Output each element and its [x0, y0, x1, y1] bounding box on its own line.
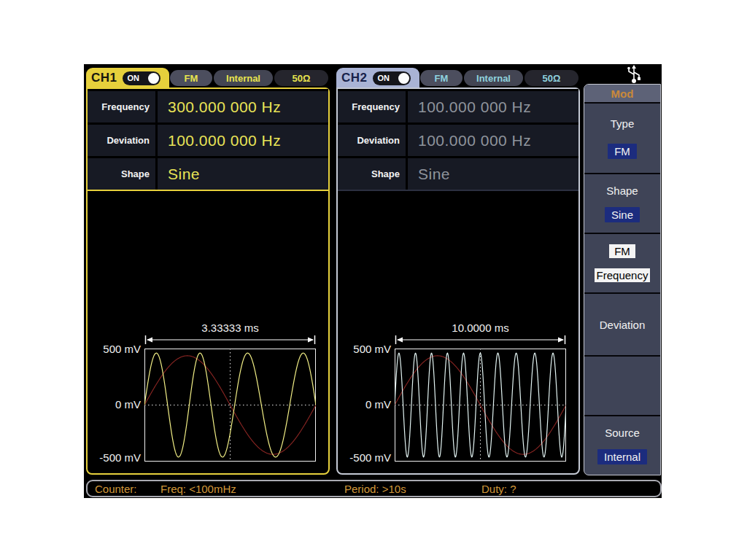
ch2-ymax-label: 500 mV: [338, 343, 391, 355]
ch2-ymin-label: -500 mV: [338, 451, 391, 464]
ch1-waveform-plot: [144, 349, 316, 462]
ch1-shape-row[interactable]: Shape Sine: [88, 158, 328, 190]
ch1-shape-label: Shape: [88, 158, 155, 190]
ch2-shape-label: Shape: [338, 158, 406, 190]
ch2-deviation-label: Deviation: [338, 125, 406, 156]
ch1-impedance-badge: 50Ω: [274, 70, 328, 86]
ch1-on-toggle[interactable]: ON: [123, 71, 160, 85]
ch2-waveform-plot: [395, 349, 566, 462]
ch2-deviation-value: 100.000 000 Hz: [408, 125, 578, 156]
ch1-toggle-knob-icon: [148, 73, 159, 84]
instrument-screen: CH1 ON FM Internal 50Ω CH2 ON FM Interna…: [84, 64, 662, 498]
ch1-deviation-value: 100.000 000 Hz: [158, 125, 328, 156]
ch1-ymin-label: -500 mV: [88, 451, 141, 464]
softkey-source[interactable]: Source Internal: [584, 416, 660, 475]
ch1-tab-label: CH1: [91, 71, 117, 85]
softkey-source-value: Internal: [597, 449, 647, 464]
ch1-frequency-row[interactable]: Frequency 300.000 000 Hz: [88, 91, 328, 122]
ch2-shape-value: Sine: [408, 158, 578, 190]
ch1-status-pills: FM Internal 50Ω: [170, 70, 328, 86]
ch2-on-toggle[interactable]: ON: [373, 71, 411, 85]
softkey-shape-value: Sine: [605, 207, 640, 222]
ch2-impedance-badge: 50Ω: [525, 70, 578, 86]
softkey-type-label: Type: [611, 117, 635, 130]
softkey-deviation[interactable]: Deviation: [584, 294, 660, 357]
ch2-frequency-label: Frequency: [338, 91, 406, 122]
softkey-sidebar: Mod Type FM Shape Sine FM Frequency Devi…: [584, 84, 661, 475]
ch2-deviation-row[interactable]: Deviation 100.000 000 Hz: [338, 125, 578, 156]
ch1-deviation-label: Deviation: [88, 125, 155, 156]
softkey-blank: [584, 357, 660, 416]
ch2-source-badge: Internal: [464, 70, 523, 86]
ch2-status-pills: FM Internal 50Ω: [420, 70, 578, 86]
ch1-frequency-value: 300.000 000 Hz: [158, 91, 328, 122]
ch1-ymax-label: 500 mV: [88, 343, 141, 355]
ch1-on-label: ON: [128, 74, 148, 82]
softkey-shape-label: Shape: [606, 184, 638, 197]
softkey-deviation-label: Deviation: [600, 319, 646, 331]
softkey-fm-frequency-line1: FM: [609, 244, 635, 258]
ch2-tab-label: CH2: [341, 71, 368, 85]
ch2-frequency-value: 100.000 000 Hz: [408, 91, 578, 122]
softkey-type[interactable]: Type FM: [584, 104, 660, 174]
ch2-parameter-table: Frequency 100.000 000 Hz Deviation 100.0…: [338, 89, 578, 191]
ch2-mod-badge: FM: [420, 70, 462, 86]
counter-label: Counter:: [95, 483, 137, 495]
counter-freq: Freq: <100mHz: [160, 483, 236, 495]
counter-period: Period: >10s: [344, 483, 406, 495]
ch1-mod-badge: FM: [170, 70, 212, 86]
ch1-tab[interactable]: CH1 ON: [86, 68, 169, 88]
ch1-yzero-label: 0 mV: [88, 398, 141, 411]
ch1-source-badge: Internal: [214, 70, 273, 86]
counter-bar: Counter: Freq: <100mHz Period: >10s Duty…: [86, 480, 662, 497]
sidebar-mod-header: Mod: [584, 85, 660, 104]
softkey-shape[interactable]: Shape Sine: [584, 174, 660, 234]
ch1-parameter-table: Frequency 300.000 000 Hz Deviation 100.0…: [88, 89, 328, 191]
softkey-source-label: Source: [605, 427, 640, 439]
softkey-type-value: FM: [608, 144, 637, 159]
softkey-fm-frequency-line2: Frequency: [595, 268, 651, 282]
usb-icon: [625, 65, 643, 84]
ch1-time-span-label: 3.33333 ms: [144, 322, 316, 334]
ch2-time-span-arrow: [395, 335, 566, 345]
ch1-frequency-label: Frequency: [88, 91, 155, 122]
ch2-yzero-label: 0 mV: [338, 398, 391, 411]
sidebar-mod-title: Mod: [611, 88, 634, 100]
ch2-toggle-knob-icon: [398, 73, 409, 84]
ch2-shape-row[interactable]: Shape Sine: [338, 158, 578, 190]
ch2-frequency-row[interactable]: Frequency 100.000 000 Hz: [338, 91, 578, 122]
ch1-time-span-arrow: [144, 335, 316, 345]
counter-duty: Duty: ?: [481, 483, 516, 495]
ch1-shape-value: Sine: [158, 158, 328, 190]
ch2-tab[interactable]: CH2 ON: [336, 68, 419, 88]
ch2-time-span-label: 10.0000 ms: [395, 322, 566, 334]
ch1-deviation-row[interactable]: Deviation 100.000 000 Hz: [88, 125, 328, 156]
softkey-fm-frequency[interactable]: FM Frequency: [584, 234, 660, 294]
ch2-on-label: ON: [378, 74, 398, 82]
